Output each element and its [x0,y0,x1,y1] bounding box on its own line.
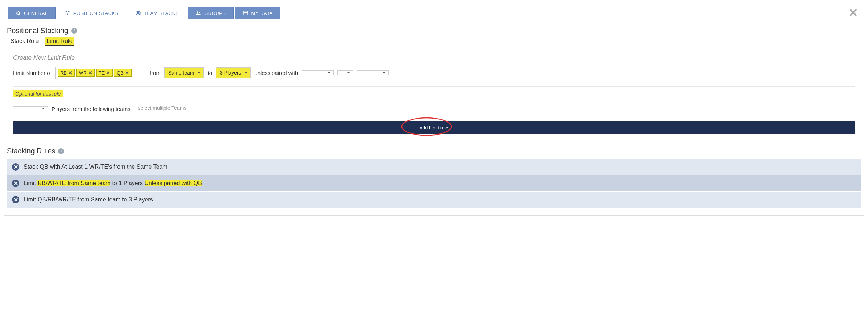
tag-rb: RB✕ [58,69,75,77]
tab-team-stacks[interactable]: TEAM STACKS [128,7,186,19]
tab-groups[interactable]: GROUPS [188,7,233,19]
subtabs: Stack Rule Limit Rule [9,37,861,46]
include-exclude-dropdown[interactable] [13,106,48,111]
rules-list: ✕ Stack QB with At Least 1 WR/TE's from … [7,159,861,208]
gear-icon [15,10,21,16]
remove-tag-wr[interactable]: ✕ [88,70,92,76]
tab-general[interactable]: GENERAL [8,7,56,19]
tabs-bar: GENERAL POSITION STACKS TEAM STACKS GROU… [4,4,864,19]
stacking-rules-title: Stacking Rules [7,147,55,155]
delete-rule-icon[interactable]: ✕ [12,163,19,171]
content-area: Positional Stacking i Stack Rule Limit R… [4,19,864,215]
panel-title: Create New Limit Rule [13,54,855,61]
users-icon [195,10,201,16]
nodes-icon [65,10,70,16]
grid-icon [243,10,249,16]
rule-text: Limit RB/WR/TE from Same team to 1 Playe… [24,180,202,187]
unless-dropdown-3[interactable] [357,70,389,75]
tab-my-data[interactable]: MY DATA [235,7,280,19]
to-dropdown[interactable]: 3 Players [216,67,251,78]
unless-dropdown-2[interactable] [337,70,353,75]
add-limit-rule-button[interactable]: add Limit rule [13,121,855,134]
tab-position-stacks[interactable]: POSITION STACKS [57,7,126,19]
unless-label: unless paired with [254,70,298,76]
rule-item: ✕ Stack QB with At Least 1 WR/TE's from … [7,159,861,175]
teams-input[interactable]: select multiple Teams [134,103,272,115]
layers-icon [135,10,141,16]
stacking-rules-title-row: Stacking Rules i [7,147,861,155]
svg-point-4 [199,12,200,13]
tab-general-label: GENERAL [24,11,48,16]
tag-te: TE✕ [96,69,113,77]
add-btn-label: add Limit rule [420,125,448,131]
delete-rule-icon[interactable]: ✕ [12,180,19,187]
section-title: Positional Stacking [7,27,68,35]
rule-item: ✕ Limit QB/RB/WR/TE from Same team to 3 … [7,192,861,208]
subtab-stack-rule[interactable]: Stack Rule [9,37,40,46]
optional-label: Optional for this rule [13,90,63,97]
divider [13,86,855,87]
tag-qb: QB✕ [114,69,132,77]
from-label: from [150,70,161,76]
svg-point-3 [197,11,198,13]
remove-tag-qb[interactable]: ✕ [125,70,129,76]
to-label: to [207,70,212,76]
tab-my-data-label: MY DATA [251,11,273,16]
subtab-limit-rule[interactable]: Limit Rule [45,37,74,46]
svg-rect-2 [67,14,68,15]
remove-tag-rb[interactable]: ✕ [68,70,72,76]
limit-row: Limit Number of RB✕ WR✕ TE✕ QB✕ from Sam… [13,67,855,79]
svg-rect-5 [243,11,248,15]
create-rule-panel: Create New Limit Rule Limit Number of RB… [7,49,861,141]
tab-groups-label: GROUPS [204,11,226,16]
svg-rect-0 [65,11,66,12]
teams-label: Players from the following teams [52,106,130,112]
svg-rect-1 [68,11,69,12]
info-icon[interactable]: i [71,28,77,34]
remove-tag-te[interactable]: ✕ [106,70,110,76]
teams-row: Players from the following teams select … [13,103,855,115]
rule-text: Stack QB with At Least 1 WR/TE's from th… [24,164,167,170]
close-icon[interactable]: ✕ [848,7,858,19]
unless-dropdown-1[interactable] [302,70,334,75]
positions-input[interactable]: RB✕ WR✕ TE✕ QB✕ [55,67,146,79]
delete-rule-icon[interactable]: ✕ [12,196,19,203]
tag-wr: WR✕ [76,69,95,77]
rule-text: Limit QB/RB/WR/TE from Same team to 3 Pl… [24,196,153,203]
tab-position-stacks-label: POSITION STACKS [73,11,118,16]
from-dropdown[interactable]: Same team [164,67,204,78]
tab-team-stacks-label: TEAM STACKS [144,11,179,16]
rule-item: ✕ Limit RB/WR/TE from Same team to 1 Pla… [7,175,861,192]
modal-container: ✕ GENERAL POSITION STACKS TEAM STACKS GR… [4,4,864,216]
info-icon-2[interactable]: i [58,148,64,154]
section-title-row: Positional Stacking i [7,27,861,35]
limit-label: Limit Number of [13,70,52,76]
